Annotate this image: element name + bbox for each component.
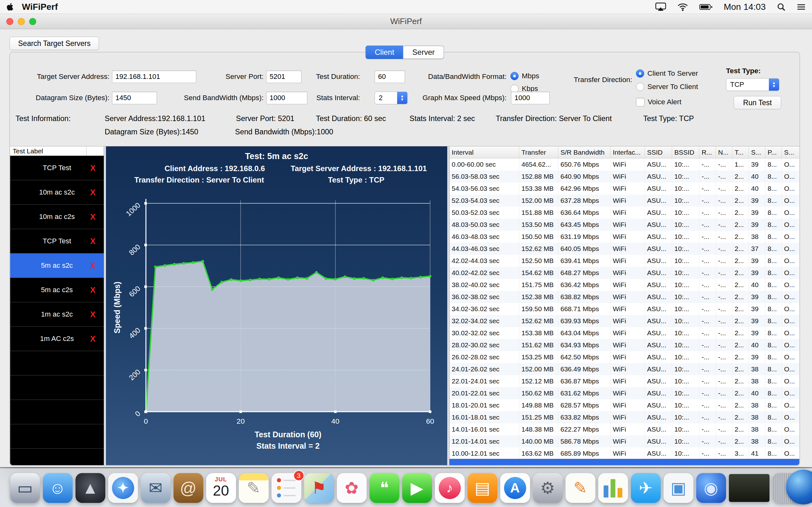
table-row[interactable]: 54.03-56.03 sec153.38 MB642.96 MbpsWiFiA… [450,182,799,194]
table-row[interactable]: 38.02-40.02 sec151.75 MB636.42 MbpsWiFiA… [450,279,799,291]
zoom-button[interactable] [29,18,36,25]
delete-test-button[interactable]: X [90,188,96,197]
target-server-address-input[interactable] [112,70,196,83]
voice-alert-checkbox-row[interactable]: Voice Alert [636,97,681,107]
dock-reminders-icon[interactable]: 3 [271,473,301,503]
test-list-item[interactable]: 1m AC c2sX [10,327,104,351]
column-header[interactable]: P... [765,147,782,158]
dock-notes-icon[interactable]: ✎ [239,473,269,503]
table-row[interactable]: 40.02-42.02 sec154.62 MB648.27 MbpsWiFiA… [450,267,799,279]
column-header[interactable]: BSSID [672,147,699,158]
battery-icon[interactable] [699,3,712,10]
radio-mbps[interactable]: Mbps [510,71,539,81]
table-row[interactable]: 52.03-54.03 sec152.00 MB637.28 MbpsWiFiA… [450,194,799,207]
stats-interval-dropdown[interactable]: 2 ▲▼ [374,92,408,104]
test-list-item[interactable]: 1m ac s2cX [10,302,104,327]
table-row[interactable]: 32.02-34.02 sec152.62 MB639.93 MbpsWiFiA… [450,315,799,327]
column-header[interactable]: N... [716,147,732,158]
table-row[interactable]: 56.03-58.03 sec152.88 MB640.90 MbpsWiFiA… [450,170,799,182]
dock-itunes-icon[interactable]: ♪ [435,473,465,503]
table-row[interactable]: 42.02-44.03 sec152.50 MB639.41 MbpsWiFiA… [450,255,799,267]
delete-test-button[interactable]: X [90,285,96,295]
delete-test-button[interactable]: X [90,212,96,222]
radio-mbps-control[interactable] [510,72,519,80]
table-row[interactable]: 48.03-50.03 sec153.50 MB643.45 MbpsWiFiA… [450,219,799,231]
table-row[interactable]: 22.01-24.01 sec152.12 MB636.87 MbpsWiFiA… [450,375,799,387]
dock-minimized-window-icon[interactable] [729,474,769,502]
menubar-clock[interactable]: Mon 14:03 [724,2,766,12]
dock-screen-sharing-icon[interactable]: ▭ [10,473,40,503]
table-row[interactable]: 12.01-14.01 sec140.00 MB586.78 MbpsWiFiA… [450,435,799,447]
dock-numbers-icon[interactable] [598,473,628,503]
minimize-button[interactable] [18,18,25,25]
active-app-name[interactable]: WiFiPerf [22,2,58,12]
dock-mail-icon[interactable]: ✉ [141,473,171,503]
datagram-size-input[interactable] [112,92,157,104]
dock-facetime-icon[interactable]: ▶ [402,473,432,503]
close-button[interactable] [6,18,13,25]
table-row[interactable]: 46.03-48.03 sec150.50 MB631.19 MbpsWiFiA… [450,231,799,243]
tab-server[interactable]: Server [403,46,444,59]
titlebar[interactable]: WiFiPerf [0,14,812,29]
dock-safari-icon[interactable]: ✦ [108,473,138,503]
table-row[interactable]: 28.02-30.02 sec151.62 MB634.93 MbpsWiFiA… [450,339,799,351]
search-target-servers-button[interactable]: Search Target Servers [9,37,99,50]
table-row[interactable]: 34.02-36.02 sec159.50 MB668.71 MbpsWiFiA… [450,303,799,315]
dock-photos-icon[interactable]: ✿ [337,473,367,503]
dock-calendar-icon[interactable]: JUL20 [206,473,236,503]
table-row[interactable]: 44.03-46.03 sec152.62 MB640.05 MbpsWiFiA… [450,243,799,255]
delete-test-button[interactable]: X [90,310,96,319]
table-row[interactable]: 36.02-38.02 sec152.38 MB638.82 MbpsWiFiA… [450,291,799,303]
spotlight-icon[interactable] [777,3,785,11]
table-row[interactable]: 0.00-60.00 sec4654.62...650.76 MbpsWiFiA… [450,158,799,170]
run-test-button[interactable]: Run Test [734,96,781,109]
test-list-item[interactable]: 10m ac s2cX [10,180,104,205]
dock-pages-icon[interactable]: ✎ [565,473,595,503]
column-header[interactable]: S... [749,147,765,158]
test-type-dropdown[interactable]: TCP ▲▼ [726,78,779,91]
dock-ibooks-icon[interactable]: ▤ [467,473,497,503]
table-row[interactable]: 18.01-20.01 sec149.88 MB628.57 MbpsWiFiA… [450,399,799,411]
dock-system-preferences-icon[interactable]: ⚙ [533,473,563,503]
table-row[interactable]: 50.03-52.03 sec151.88 MB636.64 MbpsWiFiA… [450,207,799,219]
table-row[interactable]: 10.00-12.01 sec163.62 MB685.89 MbpsWiFiA… [450,447,799,459]
column-header[interactable]: Transfer [519,147,558,158]
test-list-item[interactable]: 5m ac c2sX [10,278,104,302]
test-list-item[interactable]: 5m ac s2cX [10,253,104,278]
test-list-item[interactable]: TCP TestX [10,229,104,253]
delete-test-button[interactable]: X [90,261,96,270]
delete-test-button[interactable]: X [90,334,96,343]
dock-maps-icon[interactable]: ⚑ [304,473,334,503]
wifi-icon[interactable] [677,3,688,11]
radio-client-to-server[interactable]: Client To Server [636,68,698,79]
server-port-input[interactable] [266,70,302,83]
voice-alert-checkbox[interactable] [636,98,645,107]
table-row[interactable]: 24.01-26.02 sec152.00 MB636.49 MbpsWiFiA… [450,363,799,375]
tab-client[interactable]: Client [365,46,403,59]
airplay-icon[interactable] [655,3,666,11]
column-header[interactable]: R... [699,147,716,158]
table-row[interactable]: 16.01-18.01 sec151.25 MB633.82 MbpsWiFiA… [450,411,799,424]
delete-test-button[interactable]: X [90,164,96,173]
dock-contacts-icon[interactable]: @ [173,473,203,503]
results-table-partial-row[interactable] [450,459,799,465]
column-header[interactable]: S... [782,147,799,158]
radio-server-to-client[interactable]: Server To Client [636,81,698,92]
graph-max-speed-input[interactable] [511,92,550,104]
dock-twitter-icon[interactable]: ✈ [631,473,661,503]
dock-preview-icon[interactable]: ▣ [664,473,693,503]
delete-test-button[interactable]: X [90,237,96,246]
column-header[interactable]: Interval [450,147,519,158]
send-bandwidth-input[interactable] [266,92,307,104]
table-row[interactable]: 14.01-16.01 sec148.38 MB622.27 MbpsWiFiA… [450,424,799,435]
table-row[interactable]: 26.02-28.02 sec153.25 MB642.50 MbpsWiFiA… [450,351,799,363]
column-header[interactable]: SSID [645,147,672,158]
apple-menu-icon[interactable] [6,3,14,11]
dock-wifiperf-app-icon[interactable]: ◉ [696,473,726,503]
dock-finder-icon[interactable]: ☺ [43,473,72,503]
radio-server-to-client-control[interactable] [636,83,644,91]
table-row[interactable]: 20.01-22.01 sec150.62 MB631.62 MbpsWiFiA… [450,387,799,399]
table-row[interactable]: 30.02-32.02 sec153.38 MB643.04 MbpsWiFiA… [450,327,799,339]
test-list-item[interactable]: 10m ac c2sX [10,205,104,229]
notification-center-icon[interactable] [797,3,806,11]
